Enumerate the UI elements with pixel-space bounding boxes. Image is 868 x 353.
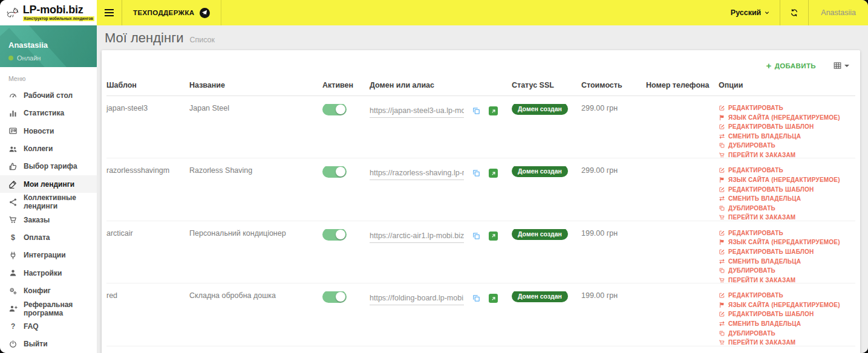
table-row: arcticair Персональний кондиціонер Домен…	[106, 221, 855, 283]
dashboard-icon	[8, 91, 18, 100]
sidebar-item-заказы[interactable]: Заказы	[0, 211, 97, 228]
option-link-редактировать-шаблон[interactable]: РЕДАКТИРОВАТЬ ШАБЛОН	[719, 311, 849, 317]
ssl-status-badge: Домен создан	[512, 291, 568, 302]
table-row: japan-steel3 Japan Steel Домен создан 29…	[106, 96, 855, 158]
hamburger-menu-button[interactable]	[97, 0, 122, 25]
option-link-редактировать[interactable]: РЕДАКТИРОВАТЬ	[719, 230, 849, 236]
sidebar-item-коллективные-лендинги[interactable]: Коллективные лендинги	[0, 193, 97, 210]
cart-icon	[719, 214, 725, 220]
profile-status-label: Онлайн	[17, 54, 41, 62]
sidebar-item-мои-лендинги[interactable]: Мои лендинги	[0, 175, 97, 193]
option-link-перейти-к-заказам[interactable]: ПЕРЕЙТИ К ЗАКАЗАМ	[719, 214, 849, 220]
option-link-сменить-владельца[interactable]: СМЕНИТЬ ВЛАДЕЛЬЦА	[719, 133, 849, 140]
edit-icon	[719, 292, 725, 299]
option-link-редактировать-шаблон[interactable]: РЕДАКТИРОВАТЬ ШАБЛОН	[719, 123, 849, 130]
column-header: Номер телефона	[646, 81, 719, 89]
option-link-редактировать-шаблон[interactable]: РЕДАКТИРОВАТЬ ШАБЛОН	[719, 248, 849, 255]
option-link-редактировать-шаблон[interactable]: РЕДАКТИРОВАТЬ ШАБЛОН	[719, 186, 849, 193]
name-cell: Складна обробна дошка	[189, 291, 322, 345]
user-icon	[8, 268, 18, 277]
option-link-дублировать[interactable]: ДУБЛИРОВАТЬ	[719, 142, 849, 149]
view-mode-button[interactable]	[833, 61, 849, 70]
template-cell: japan-steel3	[106, 104, 189, 158]
domain-input[interactable]	[370, 169, 464, 180]
edit-icon	[719, 105, 725, 111]
sidebar-item-label: Коллективные лендинги	[24, 193, 93, 210]
sidebar-item-выйти[interactable]: Выйти	[0, 335, 97, 353]
sidebar-item-оплата[interactable]: Оплата	[0, 228, 97, 246]
active-toggle[interactable]	[322, 104, 347, 115]
app-window: LP-mobi.biz Конструктор мобильных лендин…	[0, 0, 868, 353]
domain-input[interactable]	[370, 232, 464, 243]
option-link-сменить-владельца[interactable]: СМЕНИТЬ ВЛАДЕЛЬЦА	[719, 195, 849, 202]
active-toggle[interactable]	[322, 229, 347, 241]
option-link-дублировать[interactable]: ДУБЛИРОВАТЬ	[719, 330, 849, 337]
name-cell: Japan Steel	[189, 104, 322, 158]
copy-domain-button[interactable]	[472, 169, 481, 178]
exchange-icon	[719, 133, 725, 140]
profile-name: Anastasiia	[8, 40, 97, 50]
user-menu[interactable]: Anastasiia	[809, 0, 868, 25]
option-link-перейти-к-заказам[interactable]: ПЕРЕЙТИ К ЗАКАЗАМ	[719, 277, 849, 283]
option-link-сменить-владельца[interactable]: СМЕНИТЬ ВЛАДЕЛЬЦА	[719, 258, 849, 265]
language-dropdown[interactable]: Русский	[721, 0, 780, 25]
sidebar-item-настройки[interactable]: Настройки	[0, 264, 97, 282]
open-site-button[interactable]	[489, 294, 498, 303]
main-content: Мої лендінги Список + ДОБАВИТЬ ШаблонНаз…	[97, 25, 868, 353]
column-header: Шаблон	[106, 81, 189, 89]
option-link-перейти-к-заказам[interactable]: ПЕРЕЙТИ К ЗАКАЗАМ	[719, 152, 849, 158]
sidebar-item-label: Оплата	[24, 233, 50, 242]
sidebar-item-статистика[interactable]: Статистика	[0, 105, 97, 122]
active-toggle[interactable]	[322, 166, 347, 178]
domain-input[interactable]	[370, 106, 464, 118]
sidebar-item-коллеги[interactable]: Коллеги	[0, 140, 97, 157]
option-link-сменить-владельца[interactable]: СМЕНИТЬ ВЛАДЕЛЬЦА	[719, 320, 849, 327]
option-link-редактировать[interactable]: РЕДАКТИРОВАТЬ	[719, 292, 849, 299]
price-cell: 299.00 грн	[581, 166, 646, 220]
phone-cell	[646, 291, 719, 345]
option-link-дублировать[interactable]: ДУБЛИРОВАТЬ	[719, 205, 849, 212]
arrowne-icon	[491, 233, 497, 239]
sidebar-item-рабочий-стол[interactable]: Рабочий стол	[0, 86, 97, 104]
support-button[interactable]: ТЕХПОДДЕРЖКА	[122, 0, 221, 25]
sidebar-item-label: Интеграции	[24, 251, 66, 259]
option-link-редактировать[interactable]: РЕДАКТИРОВАТЬ	[719, 105, 849, 111]
option-link-перейти-к-заказам[interactable]: ПЕРЕЙТИ К ЗАКАЗАМ	[719, 339, 849, 345]
page-title: Мої лендінги	[105, 30, 183, 46]
flag-icon	[719, 302, 725, 308]
sidebar-item-конфиг[interactable]: Конфиг	[0, 282, 97, 299]
cart-icon	[8, 215, 18, 224]
logo[interactable]: LP-mobi.biz Конструктор мобильных лендин…	[0, 0, 97, 25]
open-site-button[interactable]	[489, 106, 498, 115]
copy-domain-button[interactable]	[472, 106, 481, 115]
sidebar-item-label: Выйти	[24, 340, 48, 348]
copy-domain-button[interactable]	[472, 294, 481, 303]
option-link-язык-сайта-нередактируемое[interactable]: ЯЗЫК САЙТА (НЕРЕДАКТИРУЕМОЕ)	[719, 114, 849, 121]
support-label: ТЕХПОДДЕРЖКА	[133, 9, 195, 16]
sidebar-item-интеграции[interactable]: Интеграции	[0, 247, 97, 264]
sidebar-item-реферальная-программа[interactable]: Реферальная программа	[0, 300, 97, 317]
sidebar-item-faq[interactable]: FAQ	[0, 317, 97, 335]
open-site-button[interactable]	[489, 232, 498, 241]
sidebar-item-label: Статистика	[24, 109, 64, 117]
sidebar-item-новости[interactable]: Новости	[0, 122, 97, 140]
active-toggle[interactable]	[322, 291, 347, 303]
logo-subtitle: Конструктор мобильных лендингов	[23, 16, 94, 22]
table-header-row: ШаблонНазваниеАктивенДомен или алиасСтат…	[106, 77, 855, 96]
refresh-button[interactable]	[780, 0, 809, 25]
copy-domain-button[interactable]	[472, 232, 481, 241]
option-link-язык-сайта-нередактируемое[interactable]: ЯЗЫК САЙТА (НЕРЕДАКТИРУЕМОЕ)	[719, 176, 849, 183]
column-header: Домен или алиас	[370, 81, 512, 89]
option-link-язык-сайта-нередактируемое[interactable]: ЯЗЫК САЙТА (НЕРЕДАКТИРУЕМОЕ)	[719, 239, 849, 245]
landings-card: + ДОБАВИТЬ ШаблонНазваниеАктивенДомен ил…	[102, 50, 860, 353]
edit-icon	[719, 123, 725, 130]
copy-icon	[472, 106, 481, 115]
option-link-дублировать[interactable]: ДУБЛИРОВАТЬ	[719, 267, 849, 274]
add-button[interactable]: + ДОБАВИТЬ	[766, 61, 816, 70]
sidebar-item-выбор-тарифа[interactable]: Выбор тарифа	[0, 158, 97, 175]
open-site-button[interactable]	[489, 169, 498, 178]
option-link-язык-сайта-нередактируемое[interactable]: ЯЗЫК САЙТА (НЕРЕДАКТИРУЕМОЕ)	[719, 302, 849, 308]
option-link-редактировать[interactable]: РЕДАКТИРОВАТЬ	[719, 167, 849, 173]
domain-input[interactable]	[370, 294, 464, 305]
sidebar-item-label: Мои лендинги	[24, 180, 74, 189]
